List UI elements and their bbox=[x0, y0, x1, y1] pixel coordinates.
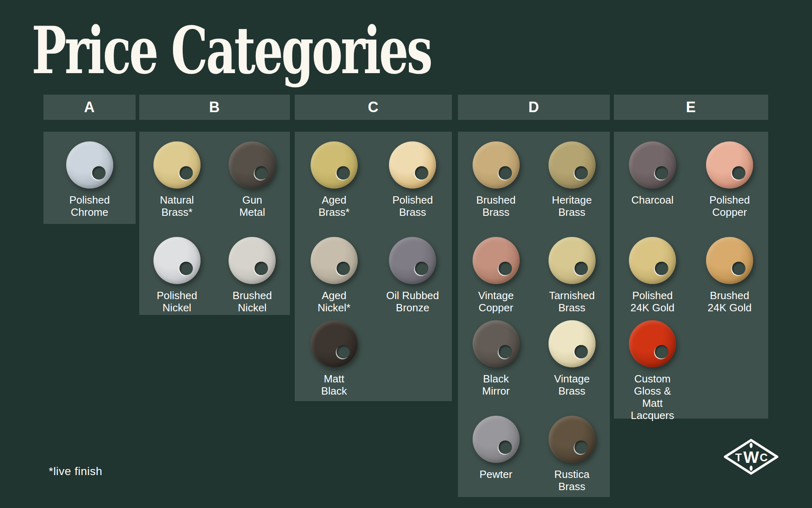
swatch-cell: Custom Gloss & Matt Lacquers bbox=[614, 320, 691, 421]
swatch-cell: Polished Brass bbox=[374, 141, 452, 218]
finish-disc bbox=[706, 237, 753, 284]
twc-logo: T W C bbox=[724, 439, 778, 475]
logo-letter-c: C bbox=[760, 452, 768, 464]
finish-label: Gun Metal bbox=[239, 194, 265, 218]
swatch-cell: Brushed Brass bbox=[458, 141, 534, 218]
finish-disc bbox=[153, 237, 201, 284]
finish-disc bbox=[473, 416, 520, 463]
finish-label: Pewter bbox=[479, 468, 512, 480]
swatch-cell: Black Mirror bbox=[458, 320, 534, 397]
finish-disc bbox=[153, 141, 201, 189]
logo-dot-top-icon bbox=[749, 443, 752, 448]
finish-disc bbox=[66, 141, 113, 189]
finish-disc bbox=[389, 141, 436, 189]
swatch-cell: Brushed 24K Gold bbox=[691, 237, 768, 314]
finish-disc bbox=[629, 141, 676, 189]
finish-disc bbox=[549, 237, 596, 284]
swatch-cell: Brushed Nickel bbox=[215, 237, 290, 314]
swatch-cell: Charcoal bbox=[614, 141, 691, 206]
tag-hole-icon bbox=[499, 441, 512, 454]
swatch-cell: Rustica Brass bbox=[534, 416, 610, 493]
tag-hole-icon bbox=[574, 345, 588, 358]
finish-label: Aged Nickel* bbox=[317, 289, 350, 314]
category-header-c: C bbox=[295, 95, 452, 120]
tag-hole-icon bbox=[574, 441, 588, 454]
swatch-cell: Polished Nickel bbox=[139, 237, 215, 314]
finish-label: Aged Brass* bbox=[318, 194, 350, 218]
finish-disc bbox=[549, 141, 596, 189]
finish-label: Brushed Brass bbox=[476, 194, 516, 218]
swatch-cell: Pewter bbox=[458, 416, 534, 480]
category-panel-c: Aged Brass* Polished Brass Aged Nickel* … bbox=[295, 132, 452, 401]
finish-disc bbox=[311, 141, 358, 189]
logo-letter-w: W bbox=[743, 448, 759, 467]
category-header-d: D bbox=[458, 95, 610, 120]
tag-hole-icon bbox=[574, 166, 588, 180]
finish-disc bbox=[629, 237, 676, 284]
finish-disc bbox=[549, 416, 596, 463]
logo-letter-t: T bbox=[735, 452, 742, 464]
finish-label: Polished Brass bbox=[392, 194, 433, 218]
swatch-cell: Oil Rubbed Bronze bbox=[374, 237, 452, 314]
tag-hole-icon bbox=[655, 345, 668, 358]
finish-disc bbox=[549, 320, 596, 367]
page-title: Price Categories bbox=[32, 18, 431, 82]
category-panel-a: Polished Chrome bbox=[43, 132, 136, 224]
tag-hole-icon bbox=[255, 262, 268, 275]
finish-disc bbox=[229, 141, 276, 189]
category-panel-b: Natural Brass* Gun Metal Polished Nickel… bbox=[139, 132, 290, 315]
swatch-cell: Polished Chrome bbox=[43, 141, 136, 218]
finish-label: Tarnished Brass bbox=[549, 289, 595, 314]
tag-hole-icon bbox=[255, 166, 268, 180]
swatch-cell: Aged Nickel* bbox=[295, 237, 374, 314]
finish-label: Natural Brass* bbox=[160, 194, 194, 218]
tag-hole-icon bbox=[574, 262, 588, 275]
finish-label: Black Mirror bbox=[482, 373, 510, 397]
finish-disc bbox=[473, 141, 520, 189]
swatch-cell: Gun Metal bbox=[215, 141, 290, 218]
category-header-b: B bbox=[139, 95, 290, 120]
tag-hole-icon bbox=[499, 166, 512, 180]
swatch-cell: Polished 24K Gold bbox=[614, 237, 691, 314]
tag-hole-icon bbox=[732, 262, 745, 275]
tag-hole-icon bbox=[337, 166, 350, 180]
finish-disc bbox=[473, 320, 520, 367]
finish-disc bbox=[389, 237, 436, 284]
category-header-e: E bbox=[614, 95, 768, 120]
finish-label: Vintage Brass bbox=[554, 373, 590, 397]
swatch-cell: Polished Copper bbox=[691, 141, 768, 218]
category-panel-e: Charcoal Polished Copper Polished 24K Go… bbox=[614, 132, 768, 419]
finish-label: Heritage Brass bbox=[552, 194, 592, 218]
finish-disc bbox=[473, 237, 520, 284]
swatch-cell: Vintage Copper bbox=[458, 237, 534, 314]
tag-hole-icon bbox=[179, 166, 193, 180]
finish-label: Charcoal bbox=[631, 194, 674, 206]
finish-disc bbox=[706, 141, 753, 189]
tag-hole-icon bbox=[415, 262, 428, 275]
finish-label: Custom Gloss & Matt Lacquers bbox=[631, 373, 674, 421]
tag-hole-icon bbox=[415, 166, 428, 180]
finish-label: Rustica Brass bbox=[554, 468, 590, 493]
tag-hole-icon bbox=[655, 166, 668, 180]
category-header-a: A bbox=[43, 95, 136, 120]
swatch-cell: Tarnished Brass bbox=[534, 237, 610, 314]
swatch-cell: Matt Black bbox=[295, 320, 374, 397]
tag-hole-icon bbox=[499, 262, 512, 275]
finish-label: Polished Chrome bbox=[69, 194, 110, 218]
live-finish-footnote: *live finish bbox=[49, 465, 102, 478]
swatch-cell: Natural Brass* bbox=[139, 141, 215, 218]
finish-label: Brushed Nickel bbox=[233, 289, 272, 314]
category-panel-d: Brushed Brass Heritage Brass Vintage Cop… bbox=[458, 132, 610, 497]
swatch-cell: Aged Brass* bbox=[295, 141, 374, 218]
finish-disc bbox=[229, 237, 276, 284]
finish-label: Polished Nickel bbox=[157, 289, 197, 314]
tag-hole-icon bbox=[655, 262, 668, 275]
finish-label: Polished 24K Gold bbox=[631, 289, 674, 314]
swatch-cell: Vintage Brass bbox=[534, 320, 610, 397]
tag-hole-icon bbox=[499, 345, 512, 358]
tag-hole-icon bbox=[732, 166, 745, 180]
finish-label: Polished Copper bbox=[709, 194, 750, 218]
finish-label: Vintage Copper bbox=[478, 289, 514, 314]
tag-hole-icon bbox=[337, 345, 350, 358]
tag-hole-icon bbox=[92, 166, 106, 180]
